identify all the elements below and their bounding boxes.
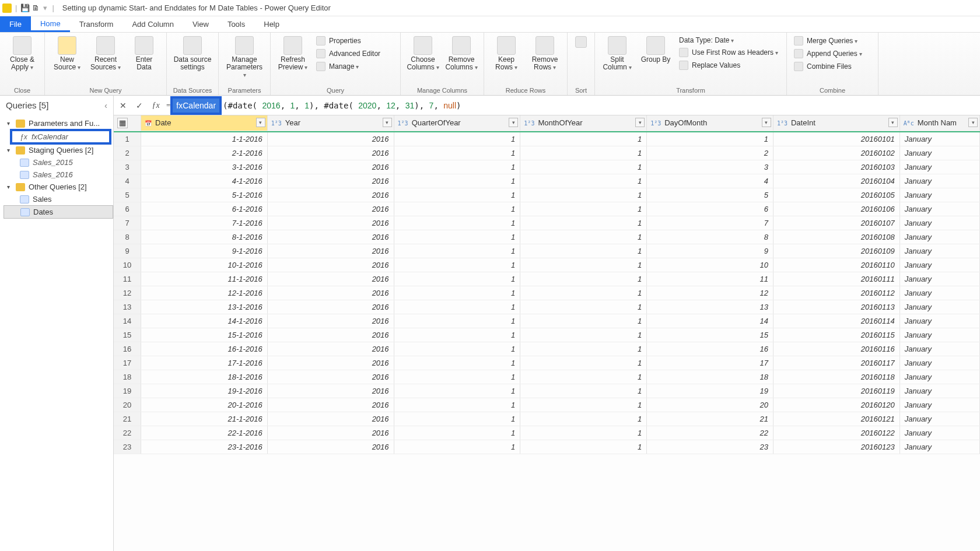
cell-day[interactable]: 23 xyxy=(647,440,774,454)
data-type-button[interactable]: Data Type: Date xyxy=(677,35,782,45)
table-row[interactable]: 1414-1-20162016111420160114January xyxy=(114,314,980,328)
advanced-editor-button[interactable]: Advanced Editor xyxy=(314,48,396,59)
table-row[interactable]: 1515-1-20162016111520160115January xyxy=(114,328,980,342)
cell-year[interactable]: 2016 xyxy=(267,286,394,300)
cell-day[interactable]: 17 xyxy=(647,356,774,370)
cell-monthname[interactable]: January xyxy=(900,216,979,230)
cell-year[interactable]: 2016 xyxy=(267,188,394,202)
cell-monthname[interactable]: January xyxy=(900,146,979,160)
row-number[interactable]: 18 xyxy=(114,370,141,384)
row-number[interactable]: 2 xyxy=(114,146,141,160)
query-fxcalendar[interactable]: ƒxfxCalendar xyxy=(12,131,110,143)
tab-tools[interactable]: Tools xyxy=(218,16,254,32)
table-row[interactable]: 1212-1-20162016111220160112January xyxy=(114,286,980,300)
cell-date[interactable]: 7-1-2016 xyxy=(141,216,268,230)
table-row[interactable]: 1919-1-20162016111920160119January xyxy=(114,384,980,398)
cell-month[interactable]: 1 xyxy=(520,146,647,160)
cell-monthname[interactable]: January xyxy=(900,356,979,370)
row-number[interactable]: 12 xyxy=(114,286,141,300)
cell-dateint[interactable]: 20160117 xyxy=(773,356,900,370)
cell-month[interactable]: 1 xyxy=(520,174,647,188)
cell-date[interactable]: 23-1-2016 xyxy=(141,440,268,454)
cell-date[interactable]: 15-1-2016 xyxy=(141,328,268,342)
row-number[interactable]: 22 xyxy=(114,426,141,440)
cell-quarter[interactable]: 1 xyxy=(394,202,520,216)
new-source-button[interactable]: New Source xyxy=(50,35,85,72)
cell-year[interactable]: 2016 xyxy=(267,314,394,328)
table-row[interactable]: 44-1-2016201611420160104January xyxy=(114,174,980,188)
table-row[interactable]: 55-1-2016201611520160105January xyxy=(114,188,980,202)
filter-dropdown-icon[interactable]: ▾ xyxy=(383,118,392,127)
fx-button[interactable]: ƒx xyxy=(150,100,162,111)
row-number[interactable]: 10 xyxy=(114,258,141,272)
save-icon[interactable]: 💾 xyxy=(20,3,30,12)
cell-date[interactable]: 5-1-2016 xyxy=(141,188,268,202)
cell-year[interactable]: 2016 xyxy=(267,272,394,286)
cell-date[interactable]: 18-1-2016 xyxy=(141,370,268,384)
cell-day[interactable]: 11 xyxy=(647,272,774,286)
manage-query-button[interactable]: Manage xyxy=(314,61,396,72)
cell-year[interactable]: 2016 xyxy=(267,384,394,398)
cell-quarter[interactable]: 1 xyxy=(394,384,520,398)
row-number[interactable]: 23 xyxy=(114,440,141,454)
cell-year[interactable]: 2016 xyxy=(267,356,394,370)
cell-date[interactable]: 22-1-2016 xyxy=(141,426,268,440)
column-header-dayofmonth[interactable]: 1²3DayOfMonth▾ xyxy=(647,115,774,131)
cell-date[interactable]: 10-1-2016 xyxy=(141,258,268,272)
cell-date[interactable]: 6-1-2016 xyxy=(141,202,268,216)
cell-date[interactable]: 11-1-2016 xyxy=(141,272,268,286)
cell-day[interactable]: 7 xyxy=(647,216,774,230)
cell-monthname[interactable]: January xyxy=(900,398,979,412)
table-row[interactable]: 1818-1-20162016111820160118January xyxy=(114,370,980,384)
cell-dateint[interactable]: 20160106 xyxy=(773,202,900,216)
cell-dateint[interactable]: 20160113 xyxy=(773,300,900,314)
cell-month[interactable]: 1 xyxy=(520,412,647,426)
table-row[interactable]: 2121-1-20162016112120160121January xyxy=(114,412,980,426)
first-row-headers-button[interactable]: Use First Row as Headers xyxy=(677,47,782,58)
undo-icon[interactable]: 🗎 xyxy=(32,3,40,12)
combine-files-button[interactable]: Combine Files xyxy=(792,61,873,72)
cell-dateint[interactable]: 20160119 xyxy=(773,384,900,398)
cell-date[interactable]: 8-1-2016 xyxy=(141,230,268,244)
cell-dateint[interactable]: 20160105 xyxy=(773,188,900,202)
cell-quarter[interactable]: 1 xyxy=(394,440,520,454)
query-sales-2016[interactable]: Sales_2016 xyxy=(4,169,113,181)
cell-month[interactable]: 1 xyxy=(520,188,647,202)
cell-year[interactable]: 2016 xyxy=(267,160,394,174)
cell-date[interactable]: 16-1-2016 xyxy=(141,342,268,356)
tab-add-column[interactable]: Add Column xyxy=(123,16,183,32)
filter-dropdown-icon[interactable]: ▾ xyxy=(888,118,898,127)
cell-monthname[interactable]: January xyxy=(900,286,979,300)
cell-monthname[interactable]: January xyxy=(900,202,979,216)
cell-quarter[interactable]: 1 xyxy=(394,160,520,174)
cell-quarter[interactable]: 1 xyxy=(394,216,520,230)
table-row[interactable]: 1111-1-20162016111120160111January xyxy=(114,272,980,286)
cell-quarter[interactable]: 1 xyxy=(394,188,520,202)
cell-month[interactable]: 1 xyxy=(520,342,647,356)
cell-quarter[interactable]: 1 xyxy=(394,412,520,426)
cell-day[interactable]: 18 xyxy=(647,370,774,384)
cell-day[interactable]: 16 xyxy=(647,342,774,356)
cell-monthname[interactable]: January xyxy=(900,300,979,314)
cell-month[interactable]: 1 xyxy=(520,202,647,216)
cell-monthname[interactable]: January xyxy=(900,412,979,426)
tab-view[interactable]: View xyxy=(183,16,218,32)
table-row[interactable]: 33-1-2016201611320160103January xyxy=(114,160,980,174)
table-row[interactable]: 1313-1-20162016111320160113January xyxy=(114,300,980,314)
row-number[interactable]: 17 xyxy=(114,356,141,370)
row-number[interactable]: 11 xyxy=(114,272,141,286)
cell-quarter[interactable]: 1 xyxy=(394,286,520,300)
cell-month[interactable]: 1 xyxy=(520,440,647,454)
table-row[interactable]: 88-1-2016201611820160108January xyxy=(114,230,980,244)
cell-monthname[interactable]: January xyxy=(900,426,979,440)
cell-day[interactable]: 21 xyxy=(647,412,774,426)
cell-monthname[interactable]: January xyxy=(900,370,979,384)
cell-quarter[interactable]: 1 xyxy=(394,370,520,384)
cell-quarter[interactable]: 1 xyxy=(394,272,520,286)
cell-monthname[interactable]: January xyxy=(900,342,979,356)
cell-date[interactable]: 14-1-2016 xyxy=(141,314,268,328)
cell-year[interactable]: 2016 xyxy=(267,440,394,454)
cell-month[interactable]: 1 xyxy=(520,230,647,244)
cell-day[interactable]: 13 xyxy=(647,300,774,314)
cell-quarter[interactable]: 1 xyxy=(394,342,520,356)
